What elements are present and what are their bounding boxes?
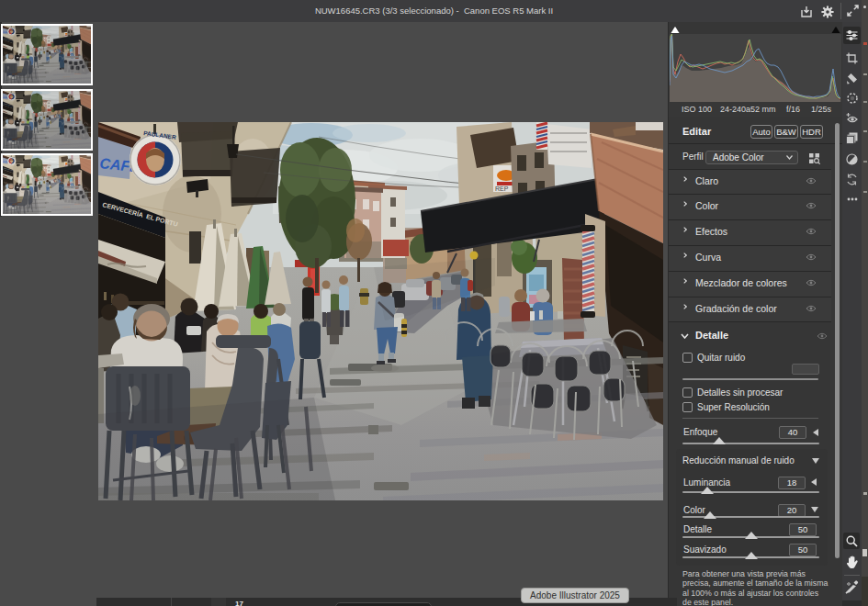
svg-text:REP: REP xyxy=(495,185,509,192)
